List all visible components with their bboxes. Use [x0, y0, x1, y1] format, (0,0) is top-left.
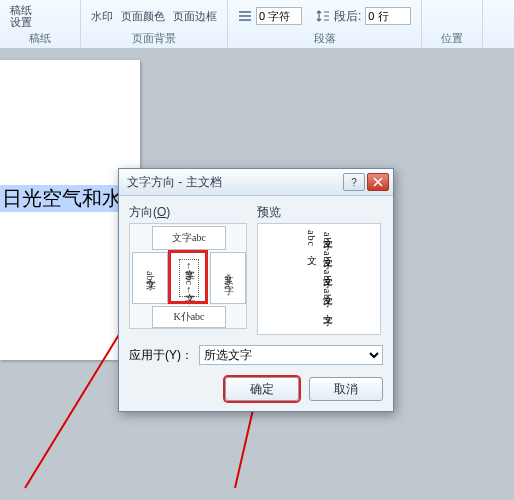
- preview-label: 预览: [257, 204, 381, 221]
- group-label: 段落: [238, 31, 411, 46]
- preview-text: 文字abc文字abc文字abc文字abc文字abc文: [303, 230, 335, 310]
- titlebar[interactable]: 文字方向 - 主文档 ?: [119, 169, 393, 196]
- indent-left-icon: [238, 9, 252, 23]
- help-button[interactable]: ?: [343, 173, 365, 191]
- selected-text[interactable]: 日光空气和水: [0, 185, 124, 212]
- orientation-label: 方向(O): [129, 204, 247, 221]
- cancel-button[interactable]: 取消: [309, 377, 383, 401]
- orient-option-vertical-1[interactable]: 文字abc: [132, 252, 168, 304]
- orient-option-vertical-2-selected[interactable]: 文字←abc文字←: [170, 252, 208, 304]
- watermark-button[interactable]: 水印: [91, 10, 113, 22]
- apply-to-select[interactable]: 所选文字: [199, 345, 383, 365]
- group-label: 稿纸: [10, 31, 70, 46]
- document-area: 日光空气和水 文字方向 - 主文档 ? 方向(O) 文字abc 文字abc 文字…: [0, 48, 514, 500]
- dialog-title: 文字方向 - 主文档: [127, 174, 341, 191]
- spacing-after-input[interactable]: [365, 7, 411, 25]
- group-position: 位置: [422, 0, 483, 48]
- page-border-button[interactable]: 页面边框: [173, 10, 217, 22]
- close-icon: [373, 177, 383, 187]
- preview-box: 文字abc文字abc文字abc文字abc文字abc文: [257, 223, 381, 335]
- orientation-picker: 文字abc 文字abc 文字←abc文字← 文‖字abc K仆abc: [129, 223, 247, 329]
- group-paragraph: 段后: 段落: [228, 0, 422, 48]
- dialog-body: 方向(O) 文字abc 文字abc 文字←abc文字← 文‖字abc K仆abc…: [119, 196, 393, 411]
- text-direction-dialog: 文字方向 - 主文档 ? 方向(O) 文字abc 文字abc 文字←abc文字←…: [118, 168, 394, 412]
- orient-option-horizontal-2[interactable]: K仆abc: [152, 306, 226, 328]
- ribbon: 稿纸 设置 稿纸 水印 页面颜色 页面边框 页面背景 段后: 段落: [0, 0, 514, 49]
- group-label: 位置: [432, 31, 472, 46]
- group-label: 页面背景: [91, 31, 217, 46]
- page-color-button[interactable]: 页面颜色: [121, 10, 165, 22]
- spacing-after-field: 段后:: [316, 7, 411, 25]
- ok-button[interactable]: 确定: [225, 377, 299, 401]
- apply-to-label: 应用于(Y)：: [129, 347, 193, 364]
- draft-settings-button[interactable]: 稿纸 设置: [10, 4, 32, 28]
- orient-option-vertical-3[interactable]: 文‖字abc: [210, 252, 246, 304]
- orient-option-horizontal[interactable]: 文字abc: [152, 226, 226, 250]
- label: 设置: [10, 16, 32, 28]
- group-page-background: 水印 页面颜色 页面边框 页面背景: [81, 0, 228, 48]
- indent-left-input[interactable]: [256, 7, 302, 25]
- indent-left-field: [238, 7, 302, 25]
- group-draft: 稿纸 设置 稿纸: [0, 0, 81, 48]
- close-button[interactable]: [367, 173, 389, 191]
- label: 稿纸: [10, 4, 32, 16]
- spacing-icon: [316, 9, 330, 23]
- label: 段后:: [334, 8, 361, 25]
